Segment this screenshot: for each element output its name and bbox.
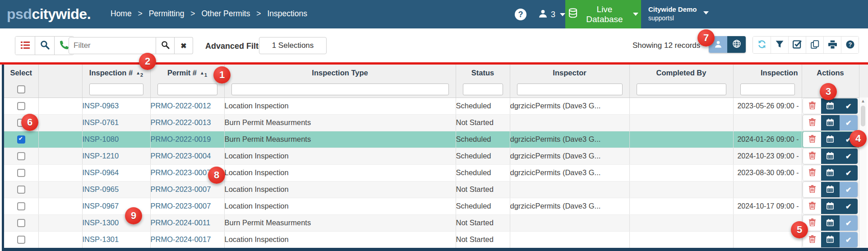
refresh-button[interactable] bbox=[753, 37, 771, 53]
inspection-number-link[interactable]: INSP-1300 bbox=[83, 218, 119, 227]
list-view-button[interactable] bbox=[15, 37, 35, 55]
schedule-button[interactable] bbox=[821, 215, 839, 231]
filter-inspector-input[interactable] bbox=[517, 84, 623, 95]
row-select-checkbox[interactable] bbox=[17, 102, 25, 110]
permit-number-link[interactable]: PRMO-2022-0019 bbox=[151, 135, 211, 143]
complete-button[interactable]: ✔ bbox=[840, 232, 858, 247]
delete-button[interactable] bbox=[803, 199, 821, 214]
breadcrumb-item-other-permits[interactable]: Other Permits bbox=[201, 9, 250, 18]
inspector-cell bbox=[510, 114, 629, 131]
complete-button[interactable]: ✔ bbox=[840, 98, 858, 114]
column-header-select[interactable]: Select bbox=[4, 65, 38, 81]
trash-icon bbox=[809, 235, 816, 244]
permit-number-link[interactable]: PRMO-2022-0013 bbox=[151, 118, 211, 126]
schedule-button[interactable] bbox=[821, 132, 839, 147]
schedule-button[interactable] bbox=[821, 232, 839, 247]
grid-help-button[interactable]: ? bbox=[841, 37, 859, 53]
row-select-checkbox[interactable] bbox=[17, 202, 25, 210]
account-menu[interactable]: Citywide Demo supportsl bbox=[648, 5, 709, 22]
row-select-checkbox[interactable] bbox=[17, 152, 25, 160]
breadcrumb-item-home[interactable]: Home bbox=[111, 9, 132, 18]
schedule-button[interactable] bbox=[821, 182, 839, 197]
permit-number-link[interactable]: PRMO-2022-0012 bbox=[151, 102, 211, 110]
map-view-toggle-button[interactable] bbox=[727, 36, 746, 53]
column-header-completed-by[interactable]: Completed By bbox=[629, 65, 733, 81]
completed-by-cell bbox=[629, 164, 733, 181]
schedule-button[interactable] bbox=[821, 115, 839, 130]
complete-button[interactable]: ✔ bbox=[840, 215, 858, 231]
inspection-number-link[interactable]: INSP-0965 bbox=[83, 185, 119, 193]
row-select-checkbox[interactable] bbox=[17, 186, 25, 194]
permit-number-link[interactable]: PRMO-2023-0007 bbox=[151, 202, 211, 210]
delete-button[interactable] bbox=[803, 115, 821, 130]
column-header-inspector[interactable]: Inspector bbox=[510, 65, 629, 81]
help-icon[interactable]: ? bbox=[515, 9, 526, 20]
permit-number-link[interactable]: PRMO-2023-0007 bbox=[151, 168, 211, 177]
print-button[interactable] bbox=[823, 37, 841, 53]
breadcrumb-item-permitting[interactable]: Permitting bbox=[149, 9, 185, 18]
delete-button[interactable] bbox=[803, 98, 821, 114]
live-database-button[interactable]: Live Database bbox=[565, 0, 641, 28]
delete-button[interactable] bbox=[803, 182, 821, 197]
schedule-button[interactable] bbox=[821, 98, 839, 114]
column-header-inspection-date[interactable]: Inspection bbox=[733, 65, 802, 81]
calendar-icon bbox=[826, 202, 834, 211]
apply-filter-button[interactable] bbox=[156, 37, 175, 54]
complete-button[interactable]: ✔ bbox=[840, 165, 858, 181]
permit-number-link[interactable]: PRMO-2023-0004 bbox=[151, 152, 211, 160]
scroll-up-arrow-icon[interactable]: ▲ bbox=[859, 98, 867, 105]
permit-number-link[interactable]: PRMO-2023-0007 bbox=[151, 185, 211, 193]
inspection-number-link[interactable]: INSP-1080 bbox=[83, 135, 119, 143]
row-select-checkbox[interactable] bbox=[17, 135, 25, 144]
active-users-count: 3 bbox=[551, 10, 555, 19]
filter-inspection-number-input[interactable] bbox=[89, 84, 143, 95]
inspection-number-link[interactable]: INSP-1301 bbox=[83, 235, 119, 243]
status-cell: Not Started bbox=[456, 214, 510, 231]
status-cell: Scheduled bbox=[456, 198, 510, 214]
status-cell: Scheduled bbox=[456, 98, 510, 114]
complete-button[interactable]: ✔ bbox=[840, 182, 858, 197]
inspection-number-link[interactable]: INSP-1210 bbox=[83, 152, 119, 160]
inspection-number-link[interactable]: INSP-0761 bbox=[83, 118, 119, 126]
filter-permit-number-input[interactable] bbox=[157, 84, 217, 95]
inspection-number-link[interactable]: INSP-0963 bbox=[83, 102, 119, 110]
clear-filter-button[interactable]: ✖ bbox=[175, 37, 193, 54]
complete-button[interactable]: ✔ bbox=[840, 199, 858, 214]
column-header-inspection-number[interactable]: Inspection #▲2 bbox=[82, 65, 150, 81]
filter-completed-by-input[interactable] bbox=[637, 84, 726, 95]
search-view-button[interactable] bbox=[35, 37, 54, 55]
app-logo[interactable]: psdcitywide. bbox=[7, 5, 91, 23]
delete-button[interactable] bbox=[803, 132, 821, 147]
multi-select-button[interactable] bbox=[788, 37, 806, 53]
schedule-button[interactable] bbox=[821, 165, 839, 181]
column-header-inspection-type[interactable]: Inspection Type bbox=[224, 65, 456, 81]
row-select-checkbox[interactable] bbox=[17, 219, 25, 227]
column-header-status[interactable]: Status bbox=[456, 65, 510, 81]
active-users-menu[interactable]: 3 bbox=[538, 9, 565, 20]
permit-number-link[interactable]: PRMO-2024-0011 bbox=[151, 218, 211, 227]
filter-button[interactable] bbox=[771, 37, 788, 53]
select-all-checkbox[interactable] bbox=[17, 85, 25, 93]
complete-button[interactable]: ✔ bbox=[840, 115, 858, 130]
inspection-type-cell: Burn Permit Measurments bbox=[224, 214, 456, 231]
scrollbar-thumb[interactable] bbox=[861, 106, 865, 126]
inspection-number-link[interactable]: INSP-0967 bbox=[83, 202, 119, 210]
row-select-checkbox[interactable] bbox=[17, 236, 25, 244]
copy-button[interactable] bbox=[806, 37, 823, 53]
row-select-checkbox[interactable] bbox=[17, 169, 25, 177]
inspection-number-link[interactable]: INSP-0964 bbox=[83, 168, 119, 177]
delete-button[interactable] bbox=[803, 149, 821, 164]
filter-inspection-date-input[interactable] bbox=[740, 84, 795, 95]
complete-button[interactable]: ✔ bbox=[840, 149, 858, 164]
filter-input[interactable] bbox=[69, 37, 156, 54]
permit-number-link[interactable]: PRMO-2024-0017 bbox=[151, 235, 211, 243]
selections-button[interactable]: 1 Selections bbox=[259, 37, 327, 54]
schedule-button[interactable] bbox=[821, 149, 839, 164]
breadcrumb-item-inspections[interactable]: Inspections bbox=[267, 9, 307, 18]
filter-inspection-type-input[interactable] bbox=[231, 84, 449, 95]
filter-status-input[interactable] bbox=[463, 84, 503, 95]
schedule-button[interactable] bbox=[821, 199, 839, 214]
vertical-scrollbar[interactable]: ▲ bbox=[859, 98, 867, 248]
delete-button[interactable] bbox=[803, 165, 821, 181]
inspector-cell: dgrzicicPermits (Dave3 G... bbox=[510, 148, 629, 164]
